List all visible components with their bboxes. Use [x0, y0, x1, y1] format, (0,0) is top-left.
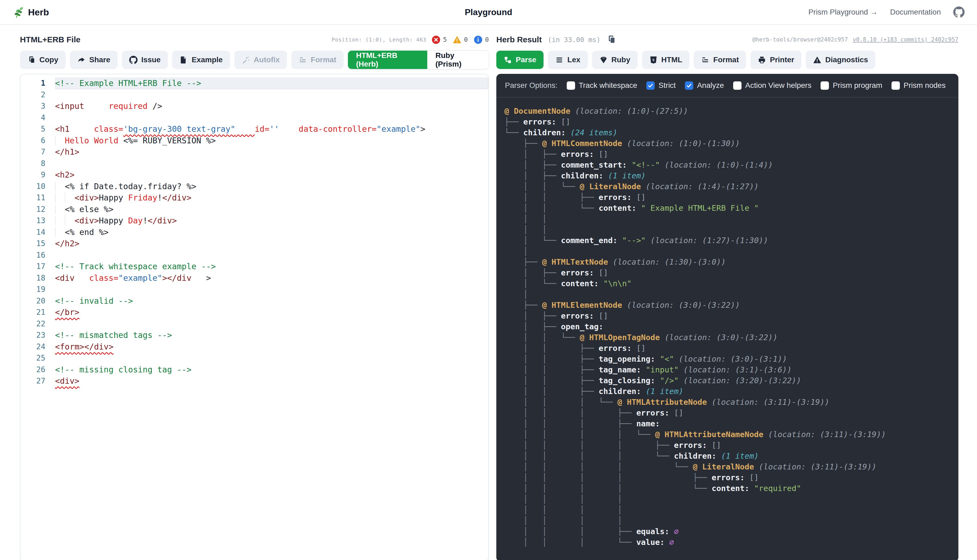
- button-label: Parse: [516, 55, 536, 64]
- header-nav: Prism Playground → Documentation: [808, 7, 965, 18]
- checkbox-unchecked[interactable]: [733, 82, 741, 90]
- code-line[interactable]: 11 <div>Happy Friday!</div>: [20, 192, 488, 204]
- code-line[interactable]: 8: [20, 158, 488, 170]
- example-button[interactable]: Example: [172, 51, 230, 69]
- code-line[interactable]: 12 <% else %>: [20, 204, 488, 215]
- code-line[interactable]: 13 <div>Happy Day!</div>: [20, 215, 488, 227]
- format-button[interactable]: Format: [694, 51, 746, 69]
- brand[interactable]: Herb: [12, 6, 49, 18]
- code-text: <% else %>: [55, 204, 488, 215]
- result-output: Parser Options: Track whitespaceStrictAn…: [496, 74, 959, 560]
- ruby-button[interactable]: Ruby: [592, 51, 637, 69]
- code-line[interactable]: 7</h1>: [20, 146, 488, 158]
- code-editor[interactable]: 1<!-- Example HTML+ERB File -->23<input …: [20, 74, 489, 560]
- ast-tree-line: ├── @ HTMLElementNode (location: (3:0)-(…: [504, 300, 959, 310]
- html-button[interactable]: 5HTML: [642, 51, 690, 69]
- code-line[interactable]: 4: [20, 112, 488, 124]
- source-tabs: HTML+ERB (Herb)Ruby (Prism): [348, 51, 489, 69]
- editor-panel-title: HTML+ERB File: [20, 35, 80, 44]
- line-number: 8: [20, 158, 55, 170]
- code-text: [55, 112, 488, 124]
- autofix-button[interactable]: Autofix: [234, 51, 287, 69]
- checkbox-checked[interactable]: [646, 82, 655, 90]
- option-track-whitespace[interactable]: Track whitespace: [567, 81, 637, 90]
- code-line[interactable]: 18<div class="example"></div >: [20, 272, 488, 284]
- code-line[interactable]: 25: [20, 352, 488, 364]
- copy-button[interactable]: Copy: [20, 51, 65, 69]
- share-button[interactable]: Share: [70, 51, 118, 69]
- ast-tree-line: │ ├── children: (1 item): [504, 170, 959, 181]
- option-label: Strict: [658, 81, 676, 90]
- option-prism-nodes[interactable]: Prism nodes: [892, 81, 946, 90]
- lex-button[interactable]: Lex: [548, 51, 587, 69]
- option-prism-program[interactable]: Prism program: [821, 81, 882, 90]
- printer-button[interactable]: Printer: [750, 51, 801, 69]
- editor-toolbar: CopyShareIssueExampleAutofixFormat HTML+…: [20, 51, 489, 69]
- option-analyze[interactable]: Analyze: [685, 81, 724, 90]
- code-line[interactable]: 15</h2>: [20, 238, 488, 250]
- share-icon: [77, 56, 85, 64]
- line-number: 15: [20, 238, 55, 250]
- copy-result-button[interactable]: [606, 35, 616, 45]
- option-label: Prism program: [833, 81, 882, 90]
- code-line[interactable]: 16: [20, 250, 488, 261]
- code-line[interactable]: 19: [20, 284, 488, 295]
- code-line[interactable]: 22: [20, 318, 488, 330]
- parse-timing: (in 33.00 ms): [547, 36, 601, 44]
- code-text: [55, 318, 488, 330]
- code-text: [55, 89, 488, 101]
- code-line[interactable]: 24<form></div>: [20, 341, 488, 353]
- github-link[interactable]: [953, 7, 965, 18]
- cursor-position: Position: (1:0), Length: 463: [331, 37, 426, 43]
- button-label: Example: [192, 55, 223, 64]
- checkbox-unchecked[interactable]: [821, 82, 829, 90]
- code-line[interactable]: 23<!-- mismatched tags -->: [20, 330, 488, 341]
- code-text: <% if Date.today.friday? %>: [55, 181, 488, 192]
- code-line[interactable]: 14 <% end %>: [20, 227, 488, 238]
- code-line[interactable]: 17<!-- Track whitespace example -->: [20, 261, 488, 272]
- checkbox-unchecked[interactable]: [892, 82, 900, 90]
- version-link[interactable]: v0.8.10 (+183 commits) 2402c957: [853, 37, 959, 43]
- code-line[interactable]: 1<!-- Example HTML+ERB File -->: [20, 78, 488, 89]
- ast-tree-line: @ DocumentNode (location: (1:0)-(27:5)): [504, 106, 959, 117]
- nav-prism-playground[interactable]: Prism Playground →: [808, 8, 878, 17]
- parse-icon: [504, 56, 512, 64]
- issue-button[interactable]: Issue: [122, 51, 168, 69]
- ast-tree-line: │ │: [504, 213, 959, 224]
- tab-ruby-prism[interactable]: Ruby (Prism): [427, 51, 489, 69]
- line-number: 3: [20, 100, 55, 112]
- main-content: HTML+ERB File Position: (1:0), Length: 4…: [0, 25, 977, 560]
- parse-button[interactable]: Parse: [496, 51, 544, 69]
- line-number: 6: [20, 135, 55, 147]
- code-line[interactable]: 27<div>: [20, 375, 488, 387]
- code-text: <h1 class='bg-gray-300 text-gray" id='' …: [55, 123, 488, 135]
- option-label: Prism nodes: [903, 81, 946, 90]
- code-line[interactable]: 21</br>: [20, 307, 488, 318]
- line-number: 25: [20, 352, 55, 364]
- code-line[interactable]: 3<input required />: [20, 100, 488, 112]
- code-line[interactable]: 2: [20, 89, 488, 101]
- code-line[interactable]: 9<h2>: [20, 169, 488, 181]
- ast-tree-line: │ │: [504, 224, 959, 235]
- tab-html-erb-herb[interactable]: HTML+ERB (Herb): [348, 51, 427, 69]
- ruby-icon: [599, 56, 608, 64]
- ast-tree-line: │ │ └── @ HTMLOpenTagNode (location: (3:…: [504, 332, 959, 343]
- warning-icon: [453, 35, 462, 44]
- button-label: HTML: [661, 55, 683, 64]
- code-line[interactable]: 5<h1 class='bg-gray-300 text-gray" id=''…: [20, 123, 488, 135]
- code-line[interactable]: 10 <% if Date.today.friday? %>: [20, 181, 488, 192]
- ast-tree-line: │ │ ├── children: (1 item): [504, 386, 959, 397]
- checkbox-checked[interactable]: [685, 82, 693, 90]
- checkbox-unchecked[interactable]: [567, 82, 575, 90]
- option-action-view-helpers[interactable]: Action View helpers: [733, 81, 811, 90]
- github-icon: [953, 7, 965, 18]
- code-text: <!-- invalid -->: [55, 295, 488, 307]
- option-strict[interactable]: Strict: [646, 81, 676, 90]
- format-button[interactable]: Format: [291, 51, 344, 69]
- nav-documentation[interactable]: Documentation: [890, 8, 941, 17]
- code-line[interactable]: 20<!-- invalid -->: [20, 295, 488, 307]
- diagnostics-button[interactable]: Diagnostics: [806, 51, 875, 69]
- code-line[interactable]: 26<!-- missing closing tag -->: [20, 364, 488, 376]
- ast-tree[interactable]: @ DocumentNode (location: (1:0)-(27:5))├…: [496, 98, 959, 548]
- code-line[interactable]: 6 Hello World <%= RUBY_VERSION %>: [20, 135, 488, 147]
